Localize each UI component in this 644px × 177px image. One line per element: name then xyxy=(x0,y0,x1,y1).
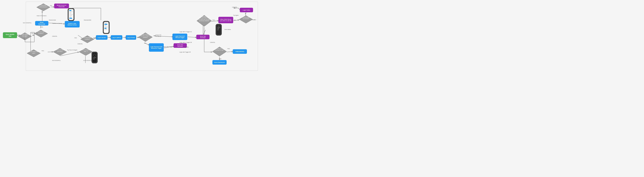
cancel-dd-label: CANCEL xyxy=(210,42,215,43)
login-toggle-on-label: Login With Toggle On xyxy=(163,46,175,48)
cancel-mid-label: CANCEL xyxy=(78,43,83,45)
login-failed-node: Login Failed xyxy=(240,8,253,12)
cancel-left-label: CANCEL xyxy=(52,36,57,37)
yes-first-time-label: YES xyxy=(227,48,230,49)
if-touchid-label: if Touch IDor Face ID xyxy=(156,34,161,37)
phone-mockup-3 xyxy=(92,52,98,63)
does-phone-have-faceid-diamond: Does this iPhone have Face ID or Touch I… xyxy=(138,32,153,42)
switch-login-method-node: Switch Login Method Screen xyxy=(65,21,80,28)
flowchart-canvas: Open Mobile App Is FaceID enabled on thi… xyxy=(0,0,644,177)
login-x-toggle-on-label: Login with X Toggle On xyxy=(179,31,192,33)
dont-allow-label: Don't Allow xyxy=(224,29,231,30)
yes-passcode-top-label: YES xyxy=(40,26,43,28)
passcode-authenticated-diamond: Passcode authenticated? xyxy=(36,3,50,11)
enter-passcode-node: Enter Passcode xyxy=(35,21,48,26)
svg-line-34 xyxy=(48,52,53,52)
ok-label: OK xyxy=(234,19,236,21)
password-label: PASSWORD xyxy=(84,19,91,21)
is-first-time-running-diamond: Is this the first time running the app? xyxy=(212,47,227,57)
successful-top-label: SUCCESSFUL xyxy=(23,22,32,24)
no-phone-label: NO xyxy=(144,43,146,44)
allow-usaa-pay-node: Allow USAA Pay as you drive to use DD xyxy=(218,17,233,23)
log-in-email-node: Log In Email xyxy=(126,35,136,40)
phone-mockup-dd: DD xyxy=(216,24,222,36)
successful-bottom-left-label: SUCCESSFUL xyxy=(52,60,61,61)
is-dd-enabled-diamond: Is DD enabled on this device and USAA Pa… xyxy=(196,15,212,27)
login-password-x-toggle-node: Login Password with [X] Toggle xyxy=(172,34,187,40)
login-x-toggle-off-label: Login with X Toggle Off xyxy=(179,42,192,43)
cancel-top-right-label: CANCEL xyxy=(232,7,237,8)
error-not-enrolled-2-node: Error Not Enrolled xyxy=(196,35,210,39)
login-password-biometrics-node: Login Password with Biometrics Toggle xyxy=(149,43,164,52)
onboarding-node: ONBOARDING xyxy=(233,49,247,54)
passcode-label: PASSCODE xyxy=(49,19,56,21)
faceid-success-2-diamond: Face ID Successful 2nd...? xyxy=(79,48,93,56)
login-toggle-off-label: Login with Toggle Off xyxy=(179,51,191,53)
is-token-valid-diamond: Is the token still valid? xyxy=(26,49,41,57)
successful-bottom-right-label: SUCCESSFUL xyxy=(83,60,92,61)
switch-or-cancel-label: Switch or Cancel xyxy=(52,23,62,24)
home-dashboard-node: Home Dashboard xyxy=(212,60,226,65)
phone-mockup-2: noble___ xyxy=(103,21,110,34)
yes-token-label: YES xyxy=(42,50,44,52)
dd-auth-diamond: DD Authorization Successful? xyxy=(239,15,253,24)
try-again-label: Try Again xyxy=(233,15,239,16)
svg-line-20 xyxy=(203,30,206,35)
cancel-biometrics-label: CANCEL xyxy=(184,46,189,48)
svg-line-27 xyxy=(227,52,233,52)
no-passcode-auth-label: NO xyxy=(50,5,52,6)
yes-passcode-mid-label: YES xyxy=(74,37,77,39)
log-in-options-node: Log in options xyxy=(111,35,122,40)
phone-mockup-1 xyxy=(68,8,74,21)
modal-incorrect-passcode-node: Modal Incorrect Passcode xyxy=(54,4,69,9)
yes-dd-auth-label: YES xyxy=(254,19,256,21)
no-passcode-mid-label: NO xyxy=(93,37,95,39)
is-passcode-enabled-top-diamond: Is Passcode enabled? xyxy=(34,30,48,38)
log-in-screen-node: Log In Screen xyxy=(96,35,108,40)
is-passcode-enabled-mid-diamond: Is Passcode enabled? xyxy=(80,35,94,43)
no-faceid-label: NO xyxy=(32,33,33,34)
yes-dd-label: YES xyxy=(212,19,215,21)
faceid-success-1-diamond: Face ID Successful 1st Pass? xyxy=(53,48,67,56)
try-faceid-again-label: Try Face ID Again xyxy=(67,49,77,51)
open-mobile-app-node: Open Mobile App xyxy=(3,32,17,38)
enter-6-numbers-label: Enter 6 Numbers xyxy=(37,15,46,17)
svg-line-19 xyxy=(188,37,196,38)
flow-arrows xyxy=(0,0,644,177)
no-first-time-label: NO xyxy=(220,58,222,60)
yes-faceid-label: YES xyxy=(24,38,26,40)
